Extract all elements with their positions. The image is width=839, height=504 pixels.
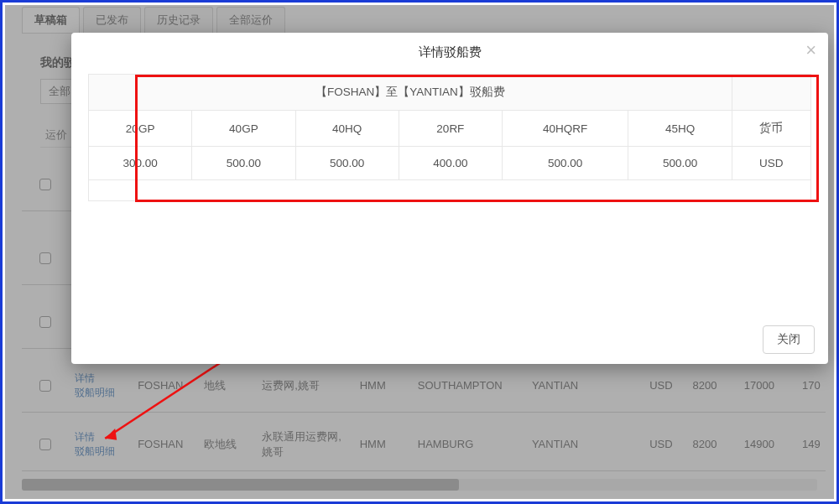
cell-route: 欧地线 [197,437,255,452]
barge-fee-row: 300.00 500.00 500.00 400.00 500.00 500.0… [89,147,811,180]
row-checkbox[interactable] [39,316,51,328]
col-40hqrf: 40HQRF [503,111,628,147]
detail-link[interactable]: 详情 [75,430,124,444]
barge-detail-link[interactable]: 驳船明细 [75,386,124,400]
cell-pol: FOSHAN [131,438,197,450]
cell-20gp: 300.00 [89,147,192,180]
cell-price1: 8200 [686,438,737,450]
close-icon[interactable]: × [805,41,816,60]
cell-via: YANTIAN [525,438,591,450]
col-currency: 货币 [732,111,810,147]
col-20gp: 20GP [89,111,192,147]
detail-link[interactable]: 详情 [75,372,124,386]
row-checkbox[interactable] [39,179,51,190]
cell-route: 地线 [197,378,255,393]
cell-currency: USD [643,438,685,450]
barge-table-title-blank [732,75,810,111]
cell-pod: SOUTHAMPTON [411,379,525,392]
cell-40gp: 500.00 [192,147,295,180]
row-links[interactable]: 详情 驳船明细 [68,430,131,459]
cell-via: YANTIAN [525,379,591,392]
cell-agent: 永联通用运费网,姚哥 [255,429,352,460]
tab-history[interactable]: 历史记录 [144,7,213,33]
cell-price3: 149 [795,438,826,450]
tab-drafts[interactable]: 草稿箱 [22,7,80,33]
cell-pol: FOSHAN [131,379,197,392]
barge-detail-link[interactable]: 驳船明细 [75,444,124,459]
barge-fee-table: 【FOSHAN】至【YANTIAN】驳船费 20GP 40GP 40HQ 20R… [88,74,811,201]
row-checkbox[interactable] [39,380,51,392]
cell-price2: 17000 [737,379,795,392]
cell-price3: 170 [795,379,826,392]
barge-table-title: 【FOSHAN】至【YANTIAN】驳船费 [89,75,732,111]
cell-carrier: HMM [353,438,411,450]
row-checkbox[interactable] [39,252,51,264]
section-title: 我的驳 [40,55,76,70]
col-20rf: 20RF [399,111,502,147]
cell-40hqrf: 500.00 [503,147,628,180]
row-links[interactable]: 详情 驳船明细 [68,372,131,400]
col-40gp: 40GP [192,111,295,147]
bg-tabs: 草稿箱 已发布 历史记录 全部运价 [22,5,817,34]
cell-40hq: 500.00 [295,147,399,180]
cell-20rf: 400.00 [399,147,502,180]
cell-currency-value: USD [732,147,810,180]
col-40hq: 40HQ [295,111,399,147]
cell-currency: USD [643,379,685,392]
table-row: 详情 驳船明细 FOSHAN 地线 运费网,姚哥 HMM SOUTHAMPTON… [22,359,826,413]
modal-title: 详情驳船费 × [71,33,828,70]
cell-carrier: HMM [353,379,411,392]
table-header-col: 运价 [45,127,67,143]
barge-fee-detail-modal: 详情驳船费 × 【FOSHAN】至【YANTIAN】驳船费 20GP 40GP … [71,33,828,364]
horizontal-scrollbar[interactable] [22,479,817,491]
cell-45hq: 500.00 [628,147,732,180]
cell-pod: HAMBURG [411,438,525,450]
cell-price2: 14900 [737,438,795,450]
table-row: 详情 驳船明细 FOSHAN 欧地线 永联通用运费网,姚哥 HMM HAMBUR… [22,418,826,471]
row-checkbox[interactable] [39,439,51,450]
tab-published[interactable]: 已发布 [83,7,141,33]
cell-agent: 运费网,姚哥 [255,378,352,393]
col-45hq: 45HQ [628,111,732,147]
close-button[interactable]: 关闭 [763,325,815,354]
modal-title-text: 详情驳船费 [419,44,482,59]
spacer-row [89,180,811,201]
cell-price1: 8200 [686,379,737,392]
tab-all-rates[interactable]: 全部运价 [216,7,285,33]
